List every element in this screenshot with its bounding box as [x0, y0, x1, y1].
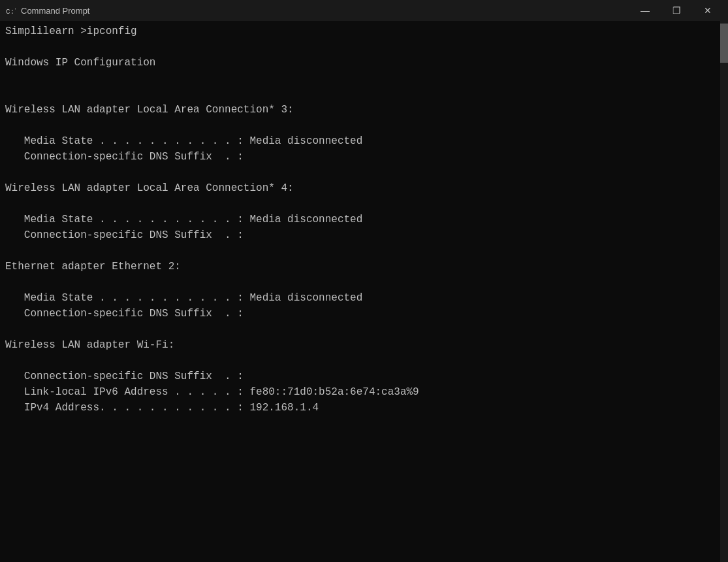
cmd-icon: C:\ [5, 5, 16, 16]
minimize-button[interactable]: — [630, 0, 660, 21]
terminal-line: Ethernet adapter Ethernet 2: [5, 259, 723, 274]
terminal-line: Connection-specific DNS Suffix . : [5, 369, 723, 384]
maximize-button[interactable]: ❐ [661, 0, 691, 21]
terminal-line: Wireless LAN adapter Local Area Connecti… [5, 180, 723, 196]
terminal-output: Simplilearn >ipconfig Windows IP Configu… [5, 24, 723, 416]
terminal-line: Media State . . . . . . . . . . . : Medi… [5, 212, 723, 227]
terminal-line: Simplilearn >ipconfig [5, 24, 723, 39]
terminal-line: Connection-specific DNS Suffix . : [5, 149, 723, 165]
terminal-line: Media State . . . . . . . . . . . : Medi… [5, 133, 723, 149]
terminal-line [5, 353, 723, 369]
window-controls: — ❐ ✕ [630, 0, 723, 21]
terminal-line: Wireless LAN adapter Wi-Fi: [5, 337, 723, 353]
terminal-line [5, 39, 723, 55]
terminal-line [5, 118, 723, 133]
terminal-line: Connection-specific DNS Suffix . : [5, 227, 723, 243]
terminal-line [5, 322, 723, 337]
title-bar-left: C:\ Command Prompt [5, 5, 89, 16]
terminal-content: Simplilearn >ipconfig Windows IP Configu… [0, 21, 728, 562]
terminal-line: Windows IP Configuration [5, 55, 723, 71]
title-bar: C:\ Command Prompt — ❐ ✕ [0, 0, 728, 21]
window-title: Command Prompt [21, 6, 89, 16]
terminal-line: Link-local IPv6 Address . . . . . : fe80… [5, 384, 723, 400]
svg-text:C:\: C:\ [6, 8, 16, 16]
scrollbar[interactable] [720, 21, 728, 562]
terminal-line: Wireless LAN adapter Local Area Connecti… [5, 102, 723, 118]
terminal-line: Media State . . . . . . . . . . . : Medi… [5, 290, 723, 306]
scrollbar-thumb[interactable] [720, 24, 728, 63]
terminal-line [5, 86, 723, 102]
terminal-line [5, 71, 723, 86]
terminal-line: IPv4 Address. . . . . . . . . . . : 192.… [5, 400, 723, 416]
terminal-line [5, 274, 723, 290]
terminal-line [5, 196, 723, 212]
close-button[interactable]: ✕ [693, 0, 723, 21]
cmd-window: C:\ Command Prompt — ❐ ✕ Simplilearn >ip… [0, 0, 728, 562]
terminal-line [5, 243, 723, 259]
terminal-line [5, 165, 723, 180]
terminal-line: Connection-specific DNS Suffix . : [5, 306, 723, 322]
